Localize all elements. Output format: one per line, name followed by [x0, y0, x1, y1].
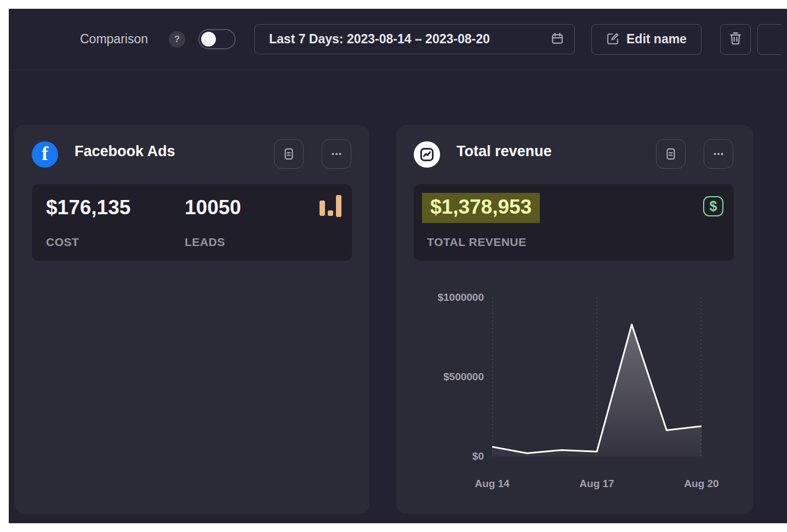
- revenue-stats-panel: $1,378,953 TOTAL REVENUE $: [414, 184, 734, 261]
- comparison-label: Comparison: [80, 32, 148, 47]
- revenue-chart-svg: [492, 298, 702, 456]
- clipped-edge-button[interactable]: [757, 24, 782, 55]
- leads-label: LEADS: [185, 236, 225, 249]
- top-bar: Comparison ? Last 7 Days: 2023-08-14 – 2…: [9, 9, 787, 70]
- revenue-card-title: Total revenue: [457, 143, 552, 160]
- x-tick-label: Aug 20: [684, 478, 718, 490]
- y-tick-label: $500000: [402, 371, 484, 383]
- y-tick-label: $1000000: [402, 291, 484, 304]
- facebook-ads-card: f Facebook Ads $176,135 COST 10050 LEADS: [14, 125, 369, 514]
- trash-icon: [728, 31, 743, 48]
- y-tick-label: $0: [402, 450, 484, 462]
- total-revenue-label: TOTAL REVENUE: [427, 236, 527, 249]
- notes-button-facebook[interactable]: [274, 139, 304, 169]
- total-revenue-card: Total revenue $1,378,953 TOTAL REVENUE $…: [396, 125, 753, 514]
- delete-button[interactable]: [720, 24, 751, 55]
- x-tick-label: Aug 17: [579, 478, 614, 490]
- calendar-icon: [550, 31, 564, 47]
- dashboard-app: Comparison ? Last 7 Days: 2023-08-14 – 2…: [9, 9, 787, 523]
- help-icon[interactable]: ?: [169, 31, 185, 48]
- x-tick-label: Aug 14: [475, 478, 509, 490]
- edit-icon: [606, 32, 620, 47]
- facebook-icon: f: [32, 141, 58, 168]
- cost-label: COST: [46, 236, 79, 249]
- facebook-stats-panel: $176,135 COST 10050 LEADS: [32, 184, 352, 261]
- leads-value: 10050: [185, 196, 241, 219]
- trend-chart-icon: [414, 141, 440, 168]
- date-range-button[interactable]: Last 7 Days: 2023-08-14 – 2023-08-20: [254, 24, 575, 54]
- notes-button-revenue[interactable]: [656, 139, 686, 169]
- comparison-toggle[interactable]: [198, 29, 236, 49]
- bar-chart-icon: [318, 194, 343, 218]
- edit-name-label: Edit name: [626, 32, 687, 47]
- dollar-icon: $: [703, 196, 723, 216]
- facebook-card-title: Facebook Ads: [75, 143, 175, 160]
- cost-value: $176,135: [46, 196, 130, 219]
- toggle-knob: [201, 32, 216, 47]
- revenue-chart: $1000000$500000$0 Aug 14Aug 17Aug 20: [396, 289, 753, 508]
- date-range-text: Last 7 Days: 2023-08-14 – 2023-08-20: [269, 32, 550, 47]
- total-revenue-value: $1,378,953: [422, 193, 540, 223]
- more-options-button-facebook[interactable]: [322, 139, 351, 169]
- more-options-button-revenue[interactable]: [704, 139, 733, 169]
- plot-area: [492, 298, 702, 456]
- edit-name-button[interactable]: Edit name: [591, 24, 702, 55]
